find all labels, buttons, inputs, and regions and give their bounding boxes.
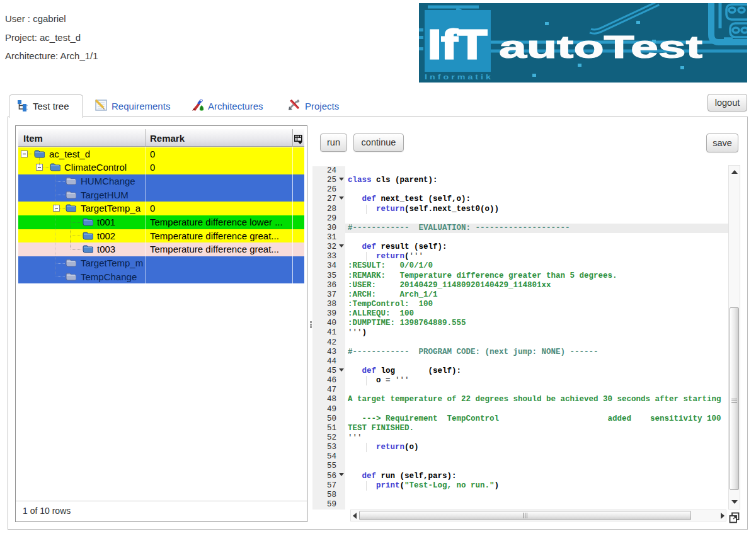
svg-text:IfT: IfT xyxy=(428,22,487,67)
svg-text:autoTest: autoTest xyxy=(499,30,703,65)
svg-text:I n f o r m a t i k: I n f o r m a t i k xyxy=(425,73,491,81)
